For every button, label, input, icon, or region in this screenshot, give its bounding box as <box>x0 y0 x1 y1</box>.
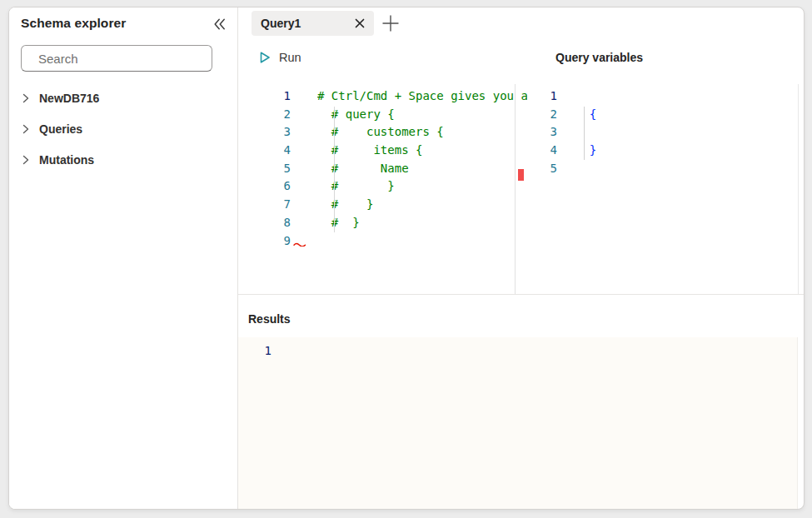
sidebar-item-label: Queries <box>39 122 82 136</box>
line-number: 3 <box>534 123 557 142</box>
code-line <box>575 87 775 106</box>
plus-icon <box>381 14 400 32</box>
tab-query1[interactable]: Query1 <box>252 11 374 36</box>
line-number: 3 <box>259 123 291 142</box>
code-line <box>317 232 527 251</box>
search-box[interactable] <box>21 45 212 72</box>
collapse-sidebar-button[interactable] <box>209 14 229 34</box>
results-editor[interactable] <box>238 337 798 509</box>
results-divider <box>238 294 804 295</box>
code-line: # } <box>317 214 527 232</box>
sidebar-item-label: NewDB716 <box>39 92 99 105</box>
tab-label: Query1 <box>261 17 301 30</box>
code-line: # Name <box>317 160 527 178</box>
close-tab-button[interactable] <box>355 18 365 28</box>
code-line: { <box>575 106 775 124</box>
search-input[interactable] <box>37 51 206 67</box>
schema-tree: NewDB716 Queries Mutations <box>9 82 237 175</box>
sidebar-item-newdb716[interactable]: NewDB716 <box>9 82 237 113</box>
query-editor[interactable]: # Ctrl/Cmd + Space gives you a # query {… <box>317 87 527 250</box>
close-icon <box>355 18 365 28</box>
line-number: 9 <box>259 232 291 251</box>
code-line <box>575 160 775 178</box>
line-number: 5 <box>534 160 557 178</box>
line-number: 7 <box>259 196 291 214</box>
overview-ruler-border <box>515 84 516 294</box>
line-number: 1 <box>534 87 557 106</box>
sidebar-item-queries[interactable]: Queries <box>9 113 237 144</box>
new-tab-button[interactable] <box>379 12 402 35</box>
code-line: # customers { <box>317 123 527 142</box>
chevron-right-icon <box>22 93 29 103</box>
query-variables-editor[interactable]: { } <box>575 87 775 177</box>
code-line <box>575 123 775 142</box>
chevron-right-icon <box>22 124 29 134</box>
line-number: 2 <box>534 106 557 124</box>
code-line: # Ctrl/Cmd + Space gives you a <box>317 87 527 106</box>
line-number: 1 <box>259 87 291 106</box>
schema-explorer-title: Schema explorer <box>21 16 126 31</box>
line-number: 2 <box>259 106 291 124</box>
schema-explorer-panel: Schema explorer NewDB716 <box>9 7 238 509</box>
run-button-label: Run <box>279 51 301 64</box>
bracket-pair-guide <box>584 107 585 160</box>
code-line: # items { <box>317 142 527 160</box>
code-line: # } <box>317 196 527 214</box>
error-overview-marker <box>518 169 524 181</box>
squiggle-error-icon <box>293 242 307 247</box>
variables-editor-gutter: 1 2 3 4 5 <box>534 87 557 177</box>
line-number: 4 <box>259 142 291 160</box>
overview-ruler-border <box>798 84 799 294</box>
run-button[interactable]: Run <box>255 46 305 69</box>
results-title: Results <box>248 312 291 326</box>
play-icon <box>258 51 271 64</box>
graphql-editor-card: Schema explorer NewDB716 <box>8 7 805 510</box>
line-number: 1 <box>247 342 271 361</box>
line-number: 5 <box>259 160 291 178</box>
code-line: # query { <box>317 106 527 124</box>
line-number: 8 <box>259 214 291 232</box>
sidebar-item-label: Mutations <box>39 153 94 167</box>
indent-guide <box>334 107 335 232</box>
line-number: 4 <box>534 142 557 160</box>
double-chevron-left-icon <box>212 17 227 31</box>
code-line: } <box>575 142 775 160</box>
query-variables-title: Query variables <box>555 51 643 64</box>
sidebar-item-mutations[interactable]: Mutations <box>9 144 237 175</box>
chevron-right-icon <box>22 155 29 165</box>
line-number: 6 <box>259 177 291 196</box>
query-editor-gutter: 1 2 3 4 5 6 7 8 9 <box>259 87 291 250</box>
results-editor-gutter: 1 <box>247 342 271 361</box>
code-line: # } <box>317 177 527 196</box>
